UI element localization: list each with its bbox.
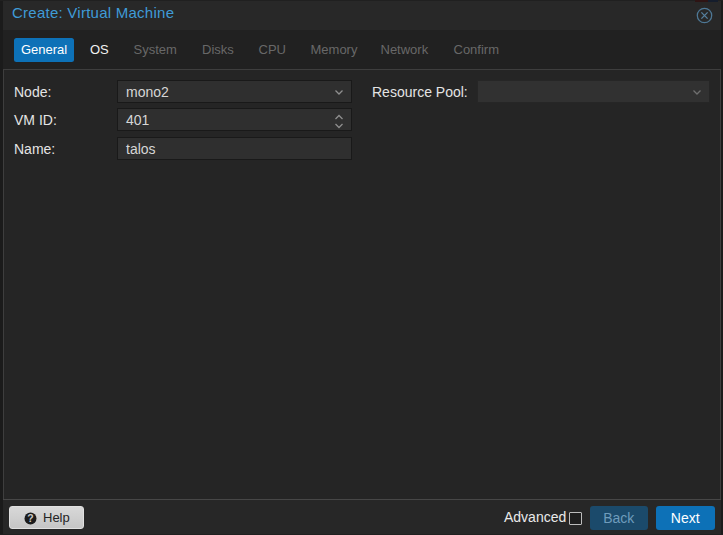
svg-text:?: ? [27,512,33,524]
